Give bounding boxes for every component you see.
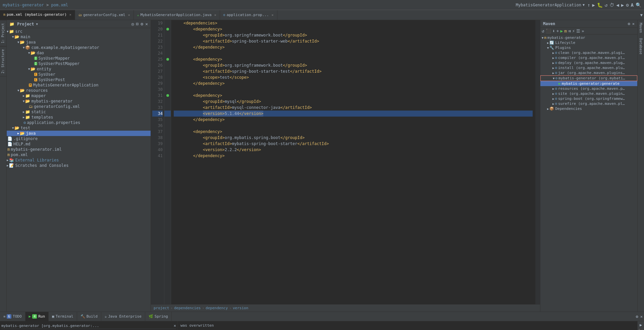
maven-item-compiler[interactable]: ⚙ compiler (org.apache.maven.plugins:... xyxy=(540,55,637,60)
vtab-structure[interactable]: 2: Structure xyxy=(0,46,6,76)
maven-item-resources[interactable]: ⚙ resources (org.apache.maven.plugir... xyxy=(540,86,637,91)
maven-lightning-icon[interactable]: ⚡ xyxy=(572,28,575,34)
chevron-java xyxy=(17,41,19,44)
profile-button[interactable]: ⏱ xyxy=(609,2,614,8)
maven-item-mbggenerate[interactable]: ▶ mybatis-generator:generate xyxy=(540,81,637,86)
bottom-tab-build[interactable]: 🔨 Build xyxy=(77,312,101,321)
maven-item-install[interactable]: ⚙ install (org.apache.maven.plugins:m... xyxy=(540,65,637,70)
tree-item-sysuserpostmapper[interactable]: I SysUserPostMapper xyxy=(7,61,151,66)
tab-pom[interactable]: m pom.xml (mybatis-generator) ✕ xyxy=(0,10,75,20)
tab-overflow-icon[interactable]: ▼ xyxy=(640,13,643,17)
bottom-tab-javaenterprise[interactable]: ☕ Java Enterprise xyxy=(101,312,145,321)
maven-item-clean[interactable]: ⚙ clean (org.apache.maven.plugins:ma... xyxy=(540,50,637,55)
tree-item-iml[interactable]: m mybatis-generator.iml xyxy=(7,147,151,152)
maven-item-jar[interactable]: ⚙ jar (org.apache.maven.plugins:mave... xyxy=(540,70,637,75)
maven-add-icon[interactable]: + xyxy=(556,28,559,34)
maven-item-lifecycle[interactable]: 🔄 Lifecycle xyxy=(540,40,637,45)
project-dropdown-icon[interactable]: ▼ xyxy=(36,22,38,26)
tab-genconfig[interactable]: 🗂 generatorConfig.xml ✕ xyxy=(75,10,134,20)
tree-item-resources[interactable]: 📂 resources xyxy=(7,88,151,93)
tree-item-entity[interactable]: 📂 entity xyxy=(7,66,151,72)
run-settings-icon[interactable]: ⚙ xyxy=(636,314,638,319)
maven-item-plugins[interactable]: 🔧 Plugins xyxy=(540,45,637,50)
maven-reimport-icon[interactable]: ⬛ xyxy=(546,28,551,34)
code-line-37: <dependency> xyxy=(174,129,533,135)
tree-item-mybatisgenfolder[interactable]: 📂 mybatis-generator xyxy=(7,98,151,104)
bottom-tab-todo[interactable]: ≡ 6 TODO xyxy=(0,312,25,321)
maven-refresh-icon[interactable]: ↺ xyxy=(542,28,544,34)
vtab-maven[interactable]: Maven xyxy=(638,20,644,36)
tree-item-main[interactable]: 📂 main xyxy=(7,34,151,40)
tree-item-templates[interactable]: 📁 templates xyxy=(7,115,151,120)
run-log-panel: was overwritten [INFO] -----------------… xyxy=(178,321,637,330)
maven-more-icon[interactable]: » xyxy=(582,28,584,34)
tree-item-extlibs[interactable]: 📚 External Libraries xyxy=(7,157,151,163)
tree-item-sysusermapper[interactable]: I SysUserMapper xyxy=(7,56,151,61)
tree-item-test[interactable]: 📂 test xyxy=(7,125,151,131)
maven-run-icon[interactable]: ▶ xyxy=(560,28,563,34)
tab-close-pom[interactable]: ✕ xyxy=(69,13,71,16)
tree-item-java[interactable]: 📂 java xyxy=(7,40,151,45)
tree-item-src[interactable]: 📁 src xyxy=(7,29,151,34)
vtab-database[interactable]: Database xyxy=(638,36,644,57)
tree-item-genconfig[interactable]: 🗂 generatorConfig.xml xyxy=(7,104,151,109)
maven-item-root[interactable]: m mybatis-generator xyxy=(540,35,637,40)
vtab-project[interactable]: 1: Project xyxy=(0,20,6,46)
maven-download-icon[interactable]: ⬇ xyxy=(552,28,555,34)
bottom-tab-run[interactable]: ▶ 4 Run xyxy=(25,312,49,321)
tree-item-helpmd[interactable]: 📄 HELP.md xyxy=(7,141,151,147)
debug-button[interactable]: 🐛 xyxy=(597,2,603,8)
run-close-icon[interactable]: ✕ xyxy=(174,323,176,328)
tree-item-appprops[interactable]: ⚙ application.properties xyxy=(7,120,151,125)
forward-button[interactable]: ▶ xyxy=(621,2,624,8)
maven-item-springboot[interactable]: ⚙ spring-boot (org.springframework.b... xyxy=(540,96,637,101)
translate-icon[interactable]: A xyxy=(631,2,634,8)
tab-close-myapp[interactable]: ✕ xyxy=(214,13,216,17)
locate-icon[interactable]: ◎ xyxy=(131,21,134,26)
bottom-tab-spring[interactable]: 🌿 Spring xyxy=(145,312,172,321)
tree-item-pom[interactable]: m pom.xml xyxy=(7,152,151,157)
code-area[interactable]: <dependencies> <dependency> <groupId>org… xyxy=(171,20,535,304)
collapse-icon[interactable]: ⊟ xyxy=(136,21,139,26)
maven-item-dependencies[interactable]: 📦 Dependencies xyxy=(540,106,637,111)
tree-item-dao[interactable]: 📂 dao xyxy=(7,50,151,56)
project-settings-icon[interactable]: ⚙ xyxy=(141,21,143,26)
tree-item-mapper[interactable]: 📁 mapper xyxy=(7,93,151,98)
run-stop-icon[interactable]: ⬛ xyxy=(638,329,643,330)
maven-panel-title: Maven xyxy=(543,21,555,26)
maven-item-site[interactable]: ⚙ site (org.apache.maven.plugins:mav... xyxy=(540,91,637,96)
tree-item-sysuser[interactable]: C SysUser xyxy=(7,72,151,77)
tab-close-appprops[interactable]: ✕ xyxy=(272,13,274,17)
run-restart-icon[interactable]: ▶ xyxy=(640,323,642,327)
maven-skip-icon[interactable]: ⇉ xyxy=(568,28,571,34)
run-button[interactable]: ▶ xyxy=(592,2,595,8)
tab-close-genconfig[interactable]: ✕ xyxy=(128,13,130,17)
run-hide-icon[interactable]: ✕ xyxy=(640,314,643,319)
chevron-down-icon[interactable]: ▼ xyxy=(583,3,585,7)
settings-icon[interactable]: ⚙ xyxy=(626,2,629,8)
bottom-tab-terminal[interactable]: ▣ Terminal xyxy=(49,312,77,321)
tab-appprops[interactable]: ⚙ application.prop... ✕ xyxy=(220,10,277,20)
tree-item-mybatisapp[interactable]: M MybatisGeneratorApplication xyxy=(7,82,151,88)
tree-item-com[interactable]: 📦 com.example.mybatisgenerator xyxy=(7,45,151,50)
maven-settings-icon[interactable]: ⚙ xyxy=(628,21,630,26)
tab-myapp[interactable]: ☕ MybatisGeneratorApplication.java ✕ xyxy=(134,10,220,20)
project-hide-icon[interactable]: ✕ xyxy=(145,21,148,26)
coverage-button[interactable]: ↺ xyxy=(605,2,607,8)
maven-item-mybatisgen[interactable]: ⚙ mybatis-generator (org.mybatis.ge... xyxy=(540,75,637,81)
search-icon[interactable]: 🔍 xyxy=(636,2,641,8)
maven-m-icon[interactable]: m xyxy=(564,28,567,34)
tree-item-static[interactable]: 📁 static xyxy=(7,109,151,115)
tree-item-gitignore[interactable]: 📄 .gitignore xyxy=(7,136,151,141)
maven-item-deploy[interactable]: ⚙ deploy (org.apache.maven.plugins:r... xyxy=(540,60,637,65)
maven-item-surefire[interactable]: ⚙ surefire (org.apache.maven.plugins:... xyxy=(540,101,637,106)
maven-list-icon[interactable]: ☰ xyxy=(576,28,580,34)
maven-hide-icon[interactable]: ✕ xyxy=(632,21,635,26)
save-icon[interactable]: ↑ xyxy=(587,2,590,8)
tree-item-sysuserpost[interactable]: C SysUserPost xyxy=(7,77,151,82)
editor-scrollbar[interactable] xyxy=(535,20,540,304)
run-config[interactable]: MybatisGeneratorApplication ▼ xyxy=(516,3,585,7)
back-button[interactable]: ◀ xyxy=(616,2,619,8)
tree-item-testjava[interactable]: 📂 java xyxy=(7,131,151,136)
tree-item-scratches[interactable]: 📝 Scratches and Consoles xyxy=(7,163,151,168)
